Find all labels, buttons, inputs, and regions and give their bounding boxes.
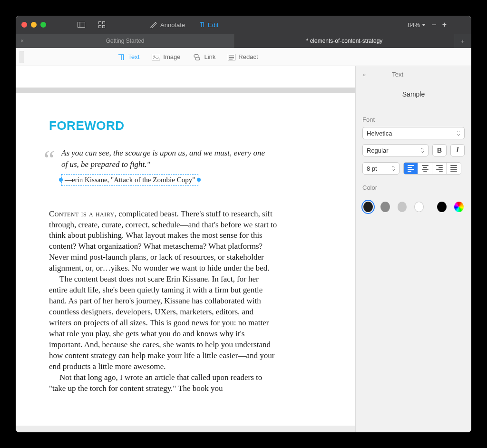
image-tool-icon [152, 54, 160, 60]
annotate-mode-button[interactable]: Annotate [147, 19, 188, 30]
svg-rect-2 [99, 22, 101, 24]
inspector-panel: » Text Sample Font Helvetica Regular B I [355, 66, 471, 432]
tab-label: * elements-of-content-strategy [306, 38, 383, 44]
color-swatch-1[interactable] [363, 202, 373, 212]
tool-label: Link [204, 53, 215, 60]
chevron-down-icon [391, 165, 395, 172]
zoom-dropdown[interactable]: 84% [408, 21, 426, 29]
titlebar: Annotate Edit 84% − + [16, 16, 471, 34]
selected-text-box[interactable]: —erin Kissane, "Attack of the Zombie Cop… [61, 174, 198, 186]
close-tab-icon[interactable]: × [20, 38, 24, 44]
tool-redact-button[interactable]: Redact [222, 51, 263, 63]
paragraph-2: The content beast does not scare Erin Ki… [49, 274, 277, 372]
svg-rect-0 [78, 22, 85, 28]
align-center-button[interactable] [418, 163, 432, 174]
zoom-out-button[interactable]: − [431, 20, 437, 30]
grid-toggle-button[interactable] [96, 19, 108, 30]
svg-rect-3 [103, 22, 105, 24]
color-swatch-4[interactable] [414, 202, 424, 212]
chevron-down-icon [420, 147, 424, 154]
edit-mode-button[interactable]: Edit [195, 19, 221, 30]
tab-elements-of-content-strategy[interactable]: * elements-of-content-strategy [235, 34, 454, 48]
quote-mark-icon: “ [41, 143, 55, 177]
color-swatch-5[interactable] [437, 202, 447, 212]
collapse-inspector-button[interactable]: » [362, 71, 366, 78]
svg-rect-4 [99, 26, 101, 28]
italic-button[interactable]: I [450, 144, 465, 156]
grid-icon [98, 21, 105, 28]
align-right-icon [436, 165, 443, 172]
lead-smallcaps: Content is a hairy [49, 209, 115, 218]
document-page: FOREWORD “ As you can see, the scourge i… [16, 93, 355, 426]
font-family-select[interactable]: Helvetica [362, 127, 465, 139]
annotate-label: Annotate [160, 21, 185, 29]
tool-label: Text [128, 53, 139, 60]
attribution-author: erin Kissane, [72, 176, 109, 184]
align-center-icon [422, 165, 429, 172]
zoom-window-button[interactable] [40, 22, 46, 28]
sidebar-toggle-button[interactable] [75, 20, 88, 29]
tool-label: Image [163, 53, 180, 60]
tool-label: Redact [238, 53, 258, 60]
font-size-select[interactable]: 8 pt [362, 162, 399, 175]
new-tab-button[interactable]: + [454, 34, 471, 48]
font-weight-select[interactable]: Regular [362, 144, 429, 156]
text-align-segmented [403, 162, 461, 175]
text-cursor-icon [198, 21, 205, 28]
window-controls [21, 22, 46, 28]
quote-text: As you can see, the scourge is upon us, … [61, 148, 265, 169]
tab-strip: × Getting Started * elements-of-content-… [16, 34, 471, 48]
font-section-label: Font [362, 116, 465, 123]
plus-icon: + [461, 38, 465, 45]
color-picker-button[interactable] [454, 202, 464, 212]
font-family-value: Helvetica [367, 130, 392, 137]
bold-button[interactable]: B [432, 144, 447, 156]
tool-link-button[interactable]: Link [187, 51, 221, 63]
svg-rect-12 [229, 57, 234, 58]
edit-label: Edit [208, 21, 218, 29]
edit-toolbar: Text Image Link [16, 48, 471, 66]
svg-rect-5 [103, 26, 105, 28]
foreword-quote: “ As you can see, the scourge is upon us… [49, 147, 273, 170]
redact-tool-icon [228, 54, 235, 60]
para1-rest: , complicated beast. There's stuff to re… [49, 209, 277, 273]
text-tool-icon [117, 53, 125, 61]
align-right-button[interactable] [432, 163, 447, 174]
document-viewport[interactable]: FOREWORD “ As you can see, the scourge i… [16, 66, 355, 432]
tab-label: Getting Started [106, 38, 145, 44]
body-text: Content is a hairy, complicated beast. T… [49, 209, 277, 394]
zoom-in-button[interactable]: + [442, 20, 447, 29]
align-left-button[interactable] [404, 163, 418, 174]
minimize-window-button[interactable] [31, 22, 37, 28]
paragraph-3: Not that long ago, I wrote an article th… [49, 372, 277, 394]
sidebar-icon [78, 22, 85, 28]
inspector-title: Text [392, 71, 403, 78]
color-swatches [362, 200, 465, 214]
attribution-dash: — [65, 176, 72, 184]
font-weight-value: Regular [367, 147, 389, 154]
color-swatch-2[interactable] [380, 202, 390, 212]
tab-getting-started[interactable]: × Getting Started [16, 34, 235, 48]
close-window-button[interactable] [21, 22, 27, 28]
chevron-down-icon [422, 24, 426, 26]
align-left-icon [408, 165, 414, 172]
color-swatch-3[interactable] [398, 202, 407, 212]
color-section-label: Color [362, 184, 465, 191]
attribution-work: "Attack of the Zombie Copy" [111, 176, 195, 184]
pencil-icon [150, 21, 157, 28]
page-title: FOREWORD [49, 118, 330, 133]
font-size-value: 8 pt [367, 165, 377, 172]
thumbnail-handle[interactable] [19, 51, 24, 63]
zoom-value: 84% [408, 21, 420, 29]
align-justify-icon [450, 165, 457, 172]
tool-image-button[interactable]: Image [146, 51, 186, 63]
tool-text-button[interactable]: Text [112, 51, 145, 63]
align-justify-button[interactable] [447, 163, 461, 174]
link-tool-icon [193, 54, 201, 60]
font-preview: Sample [362, 90, 465, 98]
chevron-down-icon [457, 130, 460, 137]
svg-point-9 [154, 55, 155, 57]
